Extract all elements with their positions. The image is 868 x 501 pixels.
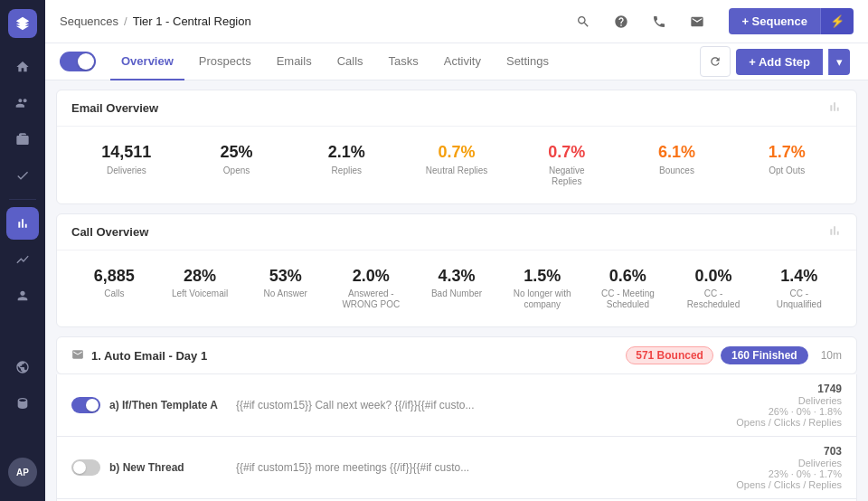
email-toggle-b[interactable] — [71, 459, 100, 476]
stat-no-longer-label: No longer withcompany — [503, 288, 581, 310]
stat-left-voicemail-value: 28% — [161, 267, 240, 287]
new-sequence-button[interactable]: + Sequence — [729, 8, 820, 34]
stat-bad-number: 4.3% Bad Number — [414, 260, 500, 318]
tab-bar: Overview Prospects Emails Calls Tasks Ac… — [45, 43, 868, 80]
email-stats-row: 14,511 Deliveries 25% Opens 2.1% Replies… — [57, 127, 856, 203]
sidebar-item-globe[interactable] — [6, 351, 39, 383]
sidebar-item-analytics[interactable] — [6, 243, 39, 276]
stat-no-answer: 53% No Answer — [242, 260, 328, 318]
stat-bounces: 6.1% Bounces — [622, 136, 732, 194]
finished-badge: 160 Finished — [721, 346, 808, 364]
sidebar-item-tasks[interactable] — [6, 159, 39, 192]
content-area: Email Overview 14,511 Deliveries 25% Ope… — [45, 80, 868, 501]
email-row-b: b) New Thread {{#if custom15}} more meet… — [56, 437, 857, 499]
stat-replies-value: 2.1% — [295, 143, 398, 163]
sequence-lightning-button[interactable]: ⚡ — [820, 8, 854, 34]
add-step-caret-button[interactable]: ▾ — [828, 49, 850, 75]
call-chart-icon[interactable] — [827, 223, 842, 241]
stat-opt-outs-value: 1.7% — [735, 143, 838, 163]
email-row-b-deliveries: 703 — [736, 445, 842, 458]
email-row-b-preview: {{#if custom15}} more meetings {{/if}}{{… — [236, 461, 727, 474]
logo — [8, 9, 37, 38]
stat-calls: 6,885 Calls — [71, 260, 157, 318]
email-row-b-rates-label: Opens / Clicks / Replies — [736, 479, 842, 490]
stat-cc-rescheduled-value: 0.0% — [675, 267, 753, 287]
stat-bounces-label: Bounces — [626, 165, 729, 176]
breadcrumb-current: Tier 1 - Central Region — [133, 14, 251, 28]
stat-cc-meeting-value: 0.6% — [589, 267, 667, 287]
stat-calls-label: Calls — [75, 288, 154, 299]
email-overview-section: Email Overview 14,511 Deliveries 25% Ope… — [56, 90, 857, 204]
email-overview-title: Email Overview — [71, 101, 158, 115]
mail-icon[interactable] — [684, 8, 711, 35]
sidebar-item-sequences[interactable] — [6, 207, 39, 240]
email-row-a-rates-label: Opens / Clicks / Replies — [736, 417, 842, 428]
stat-wrong-poc: 2.0% Answered -WRONG POC — [328, 260, 414, 318]
phone-icon[interactable] — [646, 8, 673, 35]
breadcrumb-root[interactable]: Sequences — [60, 14, 118, 28]
refresh-button[interactable] — [700, 46, 731, 77]
call-stats-row: 6,885 Calls 28% Left Voicemail 53% No An… — [57, 250, 856, 327]
stat-left-voicemail-label: Left Voicemail — [161, 288, 240, 299]
breadcrumb-separator: / — [124, 14, 127, 28]
stat-replies: 2.1% Replies — [291, 136, 401, 194]
stat-no-longer-value: 1.5% — [503, 267, 581, 287]
call-overview-title: Call Overview — [71, 225, 148, 239]
chart-icon[interactable] — [827, 99, 842, 117]
stat-neutral-replies: 0.7% Neutral Replies — [401, 136, 512, 194]
step-row-1[interactable]: 1. Auto Email - Day 1 571 Bounced 160 Fi… — [56, 336, 857, 374]
stat-opens-value: 25% — [185, 143, 288, 163]
stat-no-answer-value: 53% — [246, 267, 325, 287]
email-row-a-stats: 1749 Deliveries 26% · 0% · 1.8% Opens / … — [736, 383, 842, 428]
call-overview-section: Call Overview 6,885 Calls 28% Left Voice… — [56, 213, 857, 328]
stat-negative-replies-value: 0.7% — [515, 143, 618, 163]
stat-negative-replies-label: NegativeReplies — [515, 165, 618, 187]
stat-no-longer: 1.5% No longer withcompany — [499, 260, 585, 318]
sidebar-item-database[interactable] — [6, 387, 39, 420]
tab-tasks[interactable]: Tasks — [378, 43, 429, 80]
sidebar-item-people[interactable] — [6, 279, 39, 312]
email-row-a: a) If/Then Template A {{#if custom15}} C… — [56, 374, 857, 437]
stat-deliveries-value: 14,511 — [75, 143, 178, 163]
sidebar-item-briefcase[interactable] — [6, 123, 39, 156]
stat-left-voicemail: 28% Left Voicemail — [157, 260, 243, 318]
stat-cc-meeting: 0.6% CC - MeetingScheduled — [585, 260, 671, 318]
stat-cc-meeting-label: CC - MeetingScheduled — [589, 288, 667, 310]
tab-calls[interactable]: Calls — [326, 43, 374, 80]
sidebar: AP — [0, 0, 45, 501]
main-content: Sequences / Tier 1 - Central Region + Se… — [45, 0, 868, 501]
stat-cc-rescheduled-label: CC -Rescheduled — [675, 288, 753, 310]
stat-opt-outs-label: Opt Outs — [735, 165, 838, 176]
stat-wrong-poc-value: 2.0% — [332, 267, 410, 287]
stat-bad-number-value: 4.3% — [418, 267, 496, 287]
stat-neutral-replies-label: Neutral Replies — [405, 165, 508, 176]
stat-opens: 25% Opens — [182, 136, 292, 194]
tab-prospects[interactable]: Prospects — [188, 43, 262, 80]
tab-emails[interactable]: Emails — [266, 43, 323, 80]
stat-no-answer-label: No Answer — [246, 288, 325, 299]
user-avatar[interactable]: AP — [8, 458, 37, 487]
tab-settings[interactable]: Settings — [495, 43, 560, 80]
tab-overview[interactable]: Overview — [110, 43, 184, 80]
email-row-a-preview: {{#if custom15}} Call next week? {{/if}}… — [236, 399, 727, 411]
bounced-badge: 571 Bounced — [626, 346, 713, 364]
breadcrumb: Sequences / Tier 1 - Central Region — [60, 14, 251, 28]
sidebar-item-contacts[interactable] — [6, 87, 39, 119]
email-toggle-a[interactable] — [71, 397, 100, 413]
sidebar-item-home[interactable] — [6, 51, 39, 83]
help-icon[interactable] — [608, 8, 635, 35]
stat-cc-unqualified: 1.4% CC -Unqualified — [756, 260, 842, 318]
add-step-button[interactable]: + Add Step — [736, 49, 823, 75]
sequence-toggle[interactable] — [60, 52, 96, 71]
header: Sequences / Tier 1 - Central Region + Se… — [45, 0, 868, 43]
stat-opt-outs: 1.7% Opt Outs — [731, 136, 842, 194]
email-row-a-label: a) If/Then Template A — [109, 399, 227, 411]
email-row-a-sub-label: Deliveries — [736, 395, 842, 406]
stat-replies-label: Replies — [295, 165, 398, 176]
step-title: 1. Auto Email - Day 1 — [91, 349, 618, 363]
tab-activity[interactable]: Activity — [433, 43, 492, 80]
call-overview-header: Call Overview — [57, 214, 856, 250]
email-row-b-label: b) New Thread — [109, 461, 227, 474]
search-icon[interactable] — [570, 8, 597, 35]
email-overview-header: Email Overview — [57, 90, 856, 127]
